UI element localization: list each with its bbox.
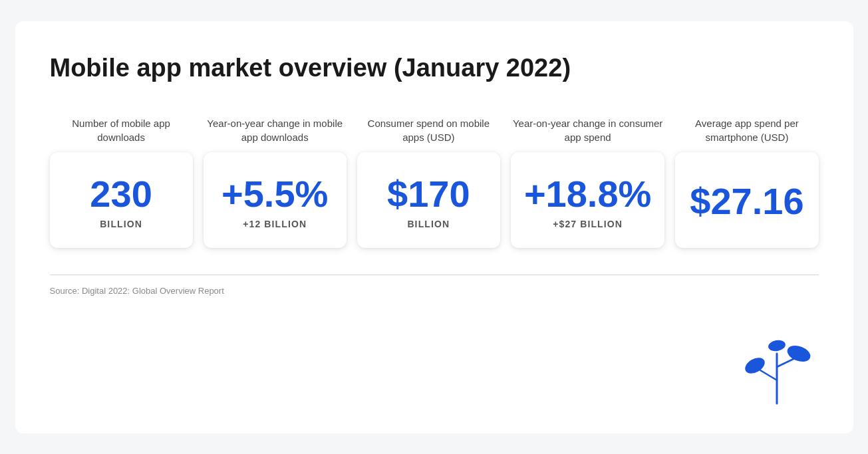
metric-label-downloads: Number of mobile app downloads bbox=[50, 110, 193, 144]
svg-line-1 bbox=[760, 370, 777, 380]
metric-group-downloads: Number of mobile app downloads 230 BILLI… bbox=[50, 110, 193, 248]
page-title: Mobile app market overview (January 2022… bbox=[50, 53, 819, 84]
svg-point-3 bbox=[742, 354, 768, 376]
metric-sub-yoy-spend: +$27 BILLION bbox=[553, 219, 623, 229]
metric-sub-yoy-downloads: +12 BILLION bbox=[243, 219, 307, 229]
metric-value-yoy-downloads: +5.5% bbox=[221, 173, 328, 215]
metric-card-yoy-spend: +18.8% +$27 BILLION bbox=[511, 152, 665, 248]
metrics-row: Number of mobile app downloads 230 BILLI… bbox=[50, 110, 819, 248]
metric-label-yoy-downloads: Year-on-year change in mobile app downlo… bbox=[204, 110, 347, 144]
metric-group-avg-spend: Average app spend per smartphone (USD) $… bbox=[675, 110, 818, 248]
metric-group-yoy-spend: Year-on-year change in consumer app spen… bbox=[511, 110, 665, 248]
plant-decoration bbox=[740, 327, 813, 400]
metric-label-consumer-spend: Consumer spend on mobile apps (USD) bbox=[357, 110, 500, 144]
metric-sub-consumer-spend: BILLION bbox=[407, 219, 450, 229]
metric-card-consumer-spend: $170 BILLION bbox=[357, 152, 500, 248]
metric-card-downloads: 230 BILLION bbox=[50, 152, 193, 248]
metric-sub-downloads: BILLION bbox=[100, 219, 142, 229]
metric-card-avg-spend: $27.16 bbox=[675, 152, 818, 248]
svg-point-5 bbox=[767, 338, 786, 352]
metric-label-yoy-spend: Year-on-year change in consumer app spen… bbox=[511, 110, 665, 144]
metric-value-avg-spend: $27.16 bbox=[690, 181, 803, 222]
divider bbox=[50, 275, 819, 275]
metric-value-downloads: 230 bbox=[90, 173, 152, 215]
metric-card-yoy-downloads: +5.5% +12 BILLION bbox=[204, 152, 347, 248]
metric-value-consumer-spend: $170 bbox=[387, 173, 470, 215]
svg-line-2 bbox=[777, 359, 794, 367]
metric-value-yoy-spend: +18.8% bbox=[524, 173, 652, 215]
metric-group-yoy-downloads: Year-on-year change in mobile app downlo… bbox=[204, 110, 347, 248]
main-container: Mobile app market overview (January 2022… bbox=[15, 21, 853, 433]
source-text: Source: Digital 2022: Global Overview Re… bbox=[50, 286, 819, 296]
metric-group-consumer-spend: Consumer spend on mobile apps (USD) $170… bbox=[357, 110, 500, 248]
metric-label-avg-spend: Average app spend per smartphone (USD) bbox=[675, 110, 818, 144]
